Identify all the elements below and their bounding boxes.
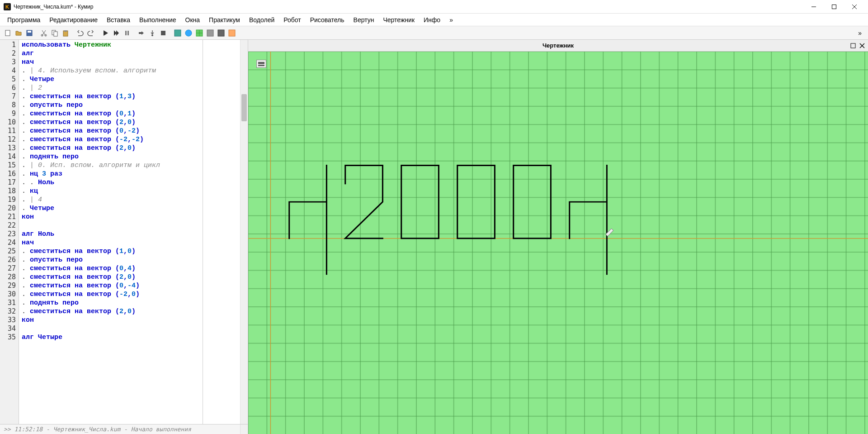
- vertical-scrollbar[interactable]: [240, 40, 248, 424]
- status-scrollbar[interactable]: [240, 424, 248, 434]
- open-file-icon[interactable]: [14, 28, 24, 38]
- code-line[interactable]: . Четыре: [22, 75, 237, 84]
- stop-icon[interactable]: [158, 28, 168, 38]
- code-line[interactable]: [22, 221, 237, 230]
- maximize-button[interactable]: [824, 0, 844, 13]
- svg-rect-17: [161, 31, 165, 35]
- code-line[interactable]: . сместиться на вектор (2,0): [22, 307, 237, 316]
- code-line[interactable]: . поднять перо: [22, 299, 237, 307]
- code-line[interactable]: . поднять перо: [22, 153, 237, 161]
- run-fast-icon[interactable]: [111, 28, 121, 38]
- code-line[interactable]: . | 2: [22, 84, 237, 92]
- copy-icon[interactable]: [50, 28, 60, 38]
- code-line[interactable]: кон: [22, 316, 237, 324]
- line-number: 10: [0, 118, 19, 127]
- code-line[interactable]: . сместиться на вектор (2,0): [22, 273, 237, 281]
- code-line[interactable]: . сместиться на вектор (0,-4): [22, 281, 237, 290]
- menu-item-3[interactable]: Выполнение: [136, 14, 179, 25]
- code-line[interactable]: . сместиться на вектор (2,0): [22, 118, 237, 127]
- line-number: 22: [0, 221, 19, 230]
- code-line[interactable]: . сместиться на вектор (0,1): [22, 110, 237, 118]
- line-number: 25: [0, 247, 19, 256]
- menu-item-12[interactable]: »: [446, 14, 457, 25]
- actor-1-icon[interactable]: [173, 28, 183, 38]
- code-line[interactable]: использовать Чертежник: [22, 41, 237, 49]
- actor-5-icon[interactable]: [216, 28, 226, 38]
- menu-item-9[interactable]: Вертун: [350, 14, 378, 25]
- toolbar-expand-icon[interactable]: »: [854, 29, 865, 37]
- code-line[interactable]: . сместиться на вектор (-2,0): [22, 290, 237, 299]
- line-number: 13: [0, 144, 19, 153]
- menu-item-0[interactable]: Программа: [4, 14, 44, 25]
- code-line[interactable]: . нц 3 раз: [22, 170, 237, 178]
- canvas-maximize-icon[interactable]: [849, 42, 857, 50]
- close-button[interactable]: [844, 0, 864, 13]
- code-line[interactable]: . Четыре: [22, 204, 237, 213]
- code-line[interactable]: [22, 324, 237, 333]
- code-line[interactable]: . сместиться на вектор (0,4): [22, 264, 237, 273]
- redo-icon[interactable]: [86, 28, 96, 38]
- line-number: 14: [0, 153, 19, 161]
- code-area[interactable]: использовать Чертежникалгнач. | 4. Испол…: [19, 40, 240, 424]
- margin-line: [203, 40, 203, 424]
- svg-rect-25: [229, 30, 235, 36]
- code-line[interactable]: . сместиться на вектор (0,-2): [22, 127, 237, 135]
- code-line[interactable]: . | 0. Исп. вспом. алгоритм и цикл: [22, 161, 237, 170]
- menu-item-7[interactable]: Робот: [280, 14, 304, 25]
- code-line[interactable]: . . Ноль: [22, 178, 237, 187]
- scrollbar-thumb[interactable]: [241, 94, 247, 121]
- svg-rect-12: [64, 30, 67, 32]
- editor[interactable]: 1234567891011121314151617181920212223242…: [0, 40, 248, 424]
- code-line[interactable]: нач: [22, 238, 237, 247]
- undo-icon[interactable]: [75, 28, 85, 38]
- cut-icon[interactable]: [39, 28, 49, 38]
- paste-icon[interactable]: [61, 28, 71, 38]
- canvas[interactable]: [248, 52, 868, 434]
- save-file-icon[interactable]: [24, 28, 34, 38]
- code-line[interactable]: . сместиться на вектор (1,0): [22, 247, 237, 256]
- code-line[interactable]: . сместиться на вектор (-2,-2): [22, 135, 237, 144]
- svg-rect-1: [832, 5, 836, 9]
- menu-item-2[interactable]: Вставка: [103, 14, 134, 25]
- line-number: 30: [0, 290, 19, 299]
- code-line[interactable]: алг: [22, 49, 237, 58]
- line-number: 20: [0, 204, 19, 213]
- code-line[interactable]: . | 4: [22, 196, 237, 204]
- menu-item-8[interactable]: Рисователь: [307, 14, 348, 25]
- code-line[interactable]: . сместиться на вектор (1,3): [22, 92, 237, 101]
- code-line[interactable]: . | 4. Используем вспом. алгоритм: [22, 67, 237, 75]
- actor-6-icon[interactable]: [227, 28, 237, 38]
- code-line[interactable]: алг Четыре: [22, 333, 237, 342]
- code-line[interactable]: алг Ноль: [22, 230, 237, 238]
- minimize-button[interactable]: [803, 0, 824, 13]
- canvas-menu-icon[interactable]: [256, 60, 266, 68]
- svg-rect-14: [127, 31, 129, 35]
- menu-item-11[interactable]: Инфо: [420, 14, 444, 25]
- menu-item-5[interactable]: Практикум: [205, 14, 244, 25]
- window-title: Чертежник_Числа.kum* - Кумир: [14, 4, 803, 10]
- code-line[interactable]: . опустить перо: [22, 101, 237, 110]
- menu-item-4[interactable]: Окна: [182, 14, 204, 25]
- code-line[interactable]: . кц: [22, 187, 237, 196]
- menu-item-10[interactable]: Чертежник: [379, 14, 418, 25]
- actor-2-icon[interactable]: [184, 28, 193, 38]
- line-number: 6: [0, 84, 19, 92]
- svg-point-8: [45, 34, 47, 36]
- line-number-gutter: 1234567891011121314151617181920212223242…: [0, 40, 19, 424]
- code-line[interactable]: нач: [22, 58, 237, 67]
- code-line[interactable]: . сместиться на вектор (2,0): [22, 144, 237, 153]
- canvas-close-icon[interactable]: [858, 42, 866, 50]
- actor-3-icon[interactable]: [194, 28, 204, 38]
- new-file-icon[interactable]: [3, 28, 13, 38]
- menu-item-1[interactable]: Редактирование: [46, 14, 101, 25]
- pause-icon[interactable]: [122, 28, 132, 38]
- step-icon[interactable]: [137, 28, 146, 38]
- run-icon[interactable]: [100, 28, 110, 38]
- actor-4-icon[interactable]: [205, 28, 215, 38]
- step-into-icon[interactable]: [147, 28, 157, 38]
- code-line[interactable]: кон: [22, 213, 237, 221]
- line-number: 3: [0, 58, 19, 67]
- code-line[interactable]: . опустить перо: [22, 256, 237, 264]
- line-number: 12: [0, 135, 19, 144]
- menu-item-6[interactable]: Водолей: [245, 14, 278, 25]
